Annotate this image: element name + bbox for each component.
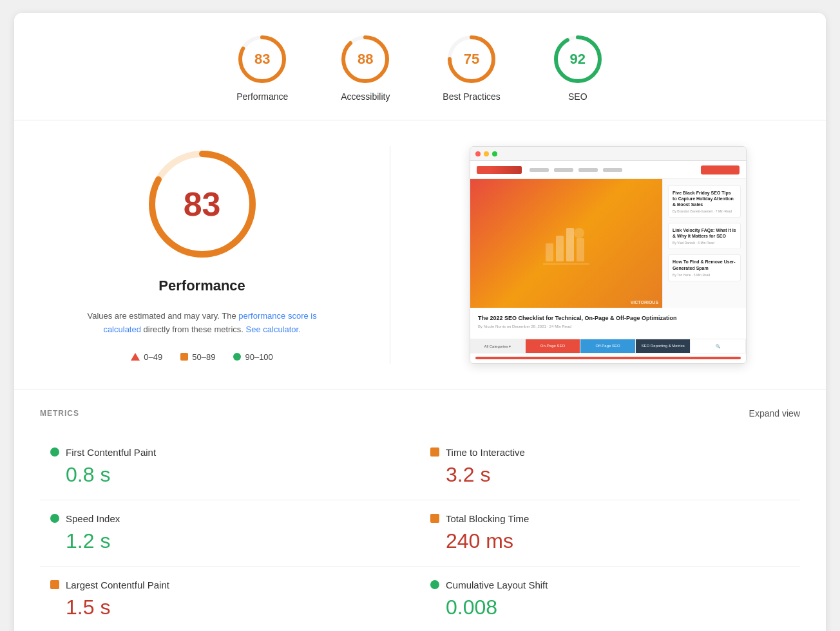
big-score-title: Performance	[158, 278, 245, 294]
hero-card-2: Link Velocity FAQs: What It Is & Why It …	[668, 223, 741, 249]
article-title: The 2022 SEO Checklist for Technical, On…	[478, 314, 738, 323]
metric-cls-indicator	[430, 580, 439, 589]
legend-label-orange: 50–89	[192, 352, 215, 362]
score-item-performance[interactable]: 83 Performance	[236, 33, 288, 102]
metric-lcp-indicator	[50, 580, 59, 589]
hero-card-2-title: Link Velocity FAQs: What It Is & Why It …	[673, 227, 736, 239]
score-item-best-practices[interactable]: 75 Best Practices	[443, 33, 500, 102]
calculator-link[interactable]: See calculator.	[246, 325, 301, 334]
metric-tbt-value: 240 ms	[430, 529, 779, 553]
hero-card-3-title: How To Find & Remove User-Generated Spam	[673, 259, 736, 270]
metric-cls-label: Cumulative Layout Shift	[446, 579, 548, 590]
metric-fcp-indicator	[50, 447, 59, 457]
svg-rect-11	[556, 236, 564, 261]
metric-tti-value: 3.2 s	[430, 463, 779, 487]
metric-lcp-label: Largest Contentful Paint	[66, 579, 169, 590]
metric-tbt-indicator	[430, 514, 439, 523]
metric-tti-indicator	[430, 447, 439, 457]
hero-card-1-meta: By Brandon Barrett-Gaertert · 7 Min Read	[673, 209, 736, 213]
legend-item-green: 90–100	[233, 352, 272, 362]
expand-view-button[interactable]: Expand view	[749, 408, 800, 419]
hero-card-1: Five Black Friday SEO Tips to Capture Ho…	[668, 185, 741, 218]
score-description: Values are estimated and may vary. The p…	[73, 310, 331, 337]
hero-sidebar: Five Black Friday SEO Tips to Capture Ho…	[662, 179, 746, 308]
hero-illustration-svg	[540, 218, 592, 269]
minimize-dot	[484, 151, 489, 156]
score-circle-seo: 92	[552, 33, 604, 85]
metrics-header: METRICS Expand view	[40, 408, 800, 419]
metric-si-indicator	[50, 514, 59, 523]
score-value-seo: 92	[570, 51, 586, 68]
svg-rect-12	[566, 228, 574, 261]
tab-search-icon: 🔍	[691, 339, 746, 353]
screenshot-footer	[470, 353, 746, 363]
score-item-seo[interactable]: 92 SEO	[552, 33, 604, 102]
score-circle-accessibility: 88	[339, 33, 391, 85]
svg-rect-13	[577, 238, 584, 261]
score-label-seo: SEO	[568, 91, 587, 102]
nav-links	[530, 168, 622, 172]
score-value-best-practices: 75	[464, 51, 479, 68]
main-content: 83 Performance Values are estimated and …	[14, 120, 826, 390]
screenshot-tabs: All Categories ▾ On-Page SEO Off-Page SE…	[470, 339, 746, 353]
site-logo	[477, 166, 522, 174]
metric-fcp-label: First Contentful Paint	[66, 447, 156, 458]
score-value-performance: 83	[254, 51, 270, 68]
screenshot-nav	[470, 161, 746, 179]
metric-si-value: 1.2 s	[50, 529, 399, 553]
nav-cta-button	[701, 165, 740, 174]
nav-link-1	[530, 168, 549, 172]
article-meta: By Nicole Norris on December 28, 2021 · …	[478, 325, 738, 328]
metric-lcp-value: 1.5 s	[50, 596, 399, 619]
nav-link-2	[554, 168, 573, 172]
tab-reporting: SEO Reporting & Metrics	[636, 339, 691, 353]
hero-illustration-container	[470, 179, 662, 308]
nav-link-3	[578, 168, 598, 172]
metric-lcp-name-row: Largest Contentful Paint	[50, 579, 399, 590]
metric-tbt-name-row: Total Blocking Time	[430, 513, 779, 524]
tab-all-categories: All Categories ▾	[470, 339, 526, 353]
score-circle-best-practices: 75	[446, 33, 497, 85]
score-item-accessibility[interactable]: 88 Accessibility	[339, 33, 391, 102]
score-label-accessibility: Accessibility	[341, 91, 390, 102]
hero-card-3: How To Find & Remove User-Generated Spam…	[668, 254, 741, 281]
green-circle-icon	[233, 353, 241, 361]
svg-point-14	[574, 228, 584, 238]
right-panel: VICTORIOUS Five Black Friday SEO Tips to…	[429, 146, 787, 364]
metric-fcp: First Contentful Paint 0.8 s	[40, 434, 420, 500]
hero-card-3-meta: By Tori Herie · 5 Min Read	[673, 273, 736, 277]
svg-rect-10	[546, 243, 553, 261]
vertical-divider	[390, 146, 390, 364]
big-score-circle: 83	[144, 146, 260, 262]
metric-si-name-row: Speed Index	[50, 513, 399, 524]
metric-tti-label: Time to Interactive	[446, 447, 525, 458]
metrics-title: METRICS	[40, 409, 79, 418]
legend-label-red: 0–49	[144, 352, 162, 362]
metric-lcp: Largest Contentful Paint 1.5 s	[40, 567, 420, 631]
brand-watermark: VICTORIOUS	[631, 300, 658, 305]
metric-fcp-value: 0.8 s	[50, 463, 399, 487]
metric-cls-value: 0.008	[430, 596, 779, 619]
metric-si: Speed Index 1.2 s	[40, 500, 420, 567]
close-dot	[475, 151, 481, 156]
legend-item-orange: 50–89	[180, 352, 215, 362]
hero-card-1-title: Five Black Friday SEO Tips to Capture Ho…	[673, 190, 736, 207]
hero-card-2-meta: By Vlad Danisik · 6 Min Read	[673, 241, 736, 245]
score-circle-performance: 83	[236, 33, 288, 85]
scores-section: 83 Performance 88 Accessibility	[14, 13, 826, 120]
tab-onpage: On-Page SEO	[526, 339, 581, 353]
metric-si-label: Speed Index	[66, 513, 120, 524]
tab-offpage: Off-Page SEO	[580, 339, 636, 353]
metric-cls: Cumulative Layout Shift 0.008	[420, 567, 800, 631]
legend-label-green: 90–100	[245, 352, 272, 362]
hero-image: VICTORIOUS	[470, 179, 662, 308]
maximize-dot	[492, 151, 497, 156]
nav-link-4	[603, 168, 622, 172]
metric-fcp-name-row: First Contentful Paint	[50, 447, 399, 458]
score-label-best-practices: Best Practices	[443, 91, 500, 102]
browser-bar	[470, 147, 746, 161]
footer-progress-bar	[475, 357, 741, 359]
screenshot-article: The 2022 SEO Checklist for Technical, On…	[470, 308, 746, 339]
red-triangle-icon	[131, 353, 140, 361]
metric-cls-name-row: Cumulative Layout Shift	[430, 579, 779, 590]
